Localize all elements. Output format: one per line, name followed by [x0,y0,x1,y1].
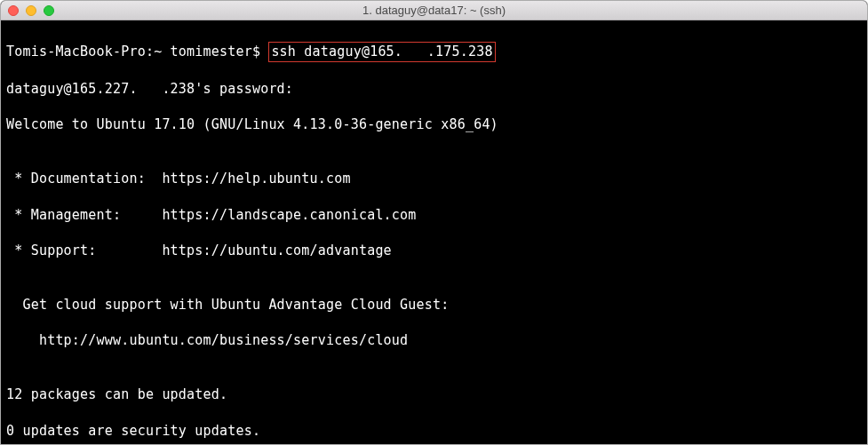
local-prompt: Tomis-MacBook-Pro:~ tomimester$ [6,44,268,60]
terminal-line: * Documentation: https://help.ubuntu.com [6,170,862,187]
window-title: 1. dataguy@data17: ~ (ssh) [1,4,867,17]
traffic-lights [1,5,54,16]
maximize-icon[interactable] [44,5,54,16]
terminal-line: http://www.ubuntu.com/business/services/… [6,331,862,349]
terminal-line: 12 packages can be updated. [6,385,862,403]
terminal-line: Tomis-MacBook-Pro:~ tomimester$ ssh data… [6,42,862,61]
terminal-line: * Management: https://landscape.canonica… [6,206,862,224]
terminal-line: Get cloud support with Ubuntu Advantage … [6,296,862,314]
terminal-line: 0 updates are security updates. [6,422,862,440]
close-icon[interactable] [8,5,19,16]
ssh-command: ssh dataguy@165. .175.238 [271,44,492,60]
terminal-line: dataguy@165.227. .238's password: [6,80,862,98]
titlebar[interactable]: 1. dataguy@data17: ~ (ssh) [1,1,867,20]
terminal-window: 1. dataguy@data17: ~ (ssh) Tomis-MacBook… [0,0,868,445]
minimize-icon[interactable] [26,5,36,16]
terminal-line: Welcome to Ubuntu 17.10 (GNU/Linux 4.13.… [6,115,862,133]
terminal-body[interactable]: Tomis-MacBook-Pro:~ tomimester$ ssh data… [1,20,867,444]
ssh-command-highlight: ssh dataguy@165. .175.238 [268,42,495,61]
terminal-line: * Support: https://ubuntu.com/advantage [6,242,862,259]
